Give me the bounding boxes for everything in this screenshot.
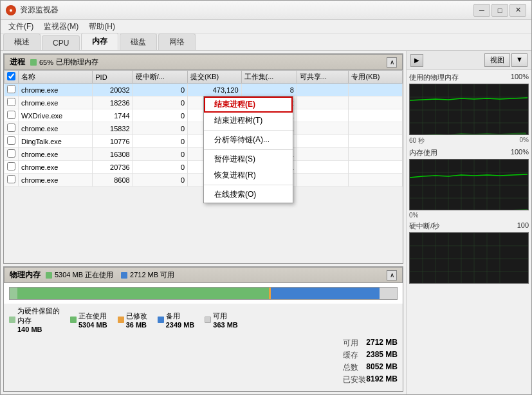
memory-section-header[interactable]: 物理内存 5304 MB 正在使用 2712 MB 可用 ∧: [4, 267, 403, 283]
row-pid: 20736: [93, 161, 133, 174]
memory-collapse-btn[interactable]: ∧: [387, 270, 397, 280]
row-checkbox[interactable]: [7, 175, 15, 183]
row-checkbox[interactable]: [7, 149, 15, 158]
tab-overview[interactable]: 概述: [3, 33, 41, 50]
title-bar: ● 资源监视器 ─ □ ✕: [1, 1, 531, 20]
memory-bar-container: [4, 283, 403, 304]
row-checkbox[interactable]: [7, 85, 15, 93]
stat-total-label: 总数: [343, 362, 358, 373]
stat-available-label: 可用: [343, 338, 358, 349]
context-menu-resume[interactable]: 恢复进程(R): [204, 167, 293, 183]
right-nav-button[interactable]: ▶: [410, 54, 423, 67]
table-row[interactable]: chrome.exe 20032 0 473,120 8: [5, 84, 403, 96]
legend-used: 正在使用5304 MB: [70, 306, 107, 333]
row-pid: 16308: [93, 148, 133, 161]
memory-badge-dot-green: [46, 272, 52, 279]
memory-stats-container: 可用 2712 MB 缓存 2385 MB 总数 8052 MB 已安装: [4, 335, 403, 391]
process-section-header[interactable]: 进程 65% 已用物理内存 ∧: [4, 54, 403, 70]
row-hard-fault: 0: [133, 135, 187, 148]
main-window: ● 资源监视器 ─ □ ✕ 文件(F) 监视器(M) 帮助(H) 概述 CPU …: [0, 0, 532, 395]
menu-file[interactable]: 文件(F): [3, 20, 39, 33]
maximize-button[interactable]: □: [491, 4, 508, 17]
legend-free: 可用363 MB: [205, 306, 238, 333]
graph-memory-pct: 100%: [511, 148, 529, 158]
right-panel: ▶ 视图 ▼ 使用的物理内存 100%: [406, 51, 531, 394]
graph-physical-canvas: [409, 84, 529, 135]
tab-network[interactable]: 网络: [158, 33, 196, 50]
svg-marker-10: [410, 133, 527, 134]
view-dropdown[interactable]: ▼: [511, 53, 527, 67]
graph-memory-title: 内存使用: [409, 148, 437, 158]
badge-text: 已用物理内存: [56, 57, 98, 67]
process-title: 进程: [10, 57, 25, 68]
graph-memory-canvas: [409, 159, 529, 210]
context-menu-search[interactable]: 在线搜索(O): [204, 187, 293, 203]
header-commit[interactable]: 提交(KB): [188, 71, 241, 84]
legend-dot-hardware: [9, 317, 15, 323]
tab-cpu[interactable]: CPU: [42, 35, 80, 50]
graph-time-label: 60 秒: [409, 136, 425, 145]
memory-bar: [9, 287, 398, 300]
legend-modified: 已修改36 MB: [118, 306, 147, 333]
graphs-container: 使用的物理内存 100%: [407, 70, 531, 394]
stat-installed-value: 8192 MB: [366, 374, 398, 385]
menu-help[interactable]: 帮助(H): [84, 20, 120, 33]
row-hard-fault: 0: [133, 174, 187, 187]
graph-memory-label: 内存使用 100%: [409, 148, 529, 158]
row-checkbox[interactable]: [7, 162, 15, 170]
row-shared: [297, 148, 349, 161]
graph-interrupt: 硬中断/秒 100: [409, 221, 529, 284]
header-hard-fault[interactable]: 硬中断/...: [133, 71, 187, 84]
minimize-button[interactable]: ─: [473, 4, 490, 17]
select-all-checkbox[interactable]: [7, 72, 15, 80]
context-menu-end-process[interactable]: 结束进程(E): [204, 96, 293, 113]
row-name: chrome.exe: [19, 161, 93, 174]
header-checkbox[interactable]: [5, 71, 19, 84]
view-controls: 视图 ▼: [484, 53, 527, 67]
view-button[interactable]: 视图: [484, 53, 510, 67]
close-button[interactable]: ✕: [509, 4, 526, 17]
row-pid: 10776: [93, 135, 133, 148]
legend-standby: 备用2349 MB: [158, 306, 195, 333]
row-private: [349, 135, 403, 148]
header-shared[interactable]: 可共享...: [297, 71, 349, 84]
row-name: chrome.exe: [19, 84, 93, 96]
memory-available-label: 2712 MB 可用: [130, 270, 174, 280]
row-commit: 473,120: [188, 84, 241, 96]
memory-used-label: 5304 MB 正在使用: [55, 270, 113, 280]
row-checkbox-cell: [5, 84, 19, 96]
context-menu-suspend[interactable]: 暂停进程(S): [204, 151, 293, 167]
graph-physical-bottom: 60 秒 0%: [409, 136, 529, 145]
row-checkbox[interactable]: [7, 98, 15, 106]
row-hard-fault: 0: [133, 109, 187, 122]
tab-memory[interactable]: 内存: [81, 33, 118, 50]
graph-interrupt-canvas: [409, 232, 529, 284]
legend-dot-free: [205, 317, 211, 323]
row-pid: 15832: [93, 122, 133, 135]
row-private: [349, 96, 403, 109]
row-checkbox[interactable]: [7, 111, 15, 119]
window-controls: ─ □ ✕: [473, 4, 526, 17]
graph-physical-memory: 使用的物理内存 100%: [409, 73, 529, 145]
process-collapse-btn[interactable]: ∧: [387, 57, 397, 68]
row-checkbox[interactable]: [7, 124, 15, 132]
row-shared: [297, 161, 349, 174]
row-pid: 8608: [93, 174, 133, 187]
stat-total: 总数 8052 MB: [343, 362, 398, 374]
header-name[interactable]: 名称: [19, 71, 93, 84]
stat-cached: 缓存 2385 MB: [343, 349, 398, 362]
legend-hardware: 为硬件保留的内存140 MB: [9, 306, 60, 333]
header-private[interactable]: 专用(KB): [349, 71, 403, 84]
row-hard-fault: 0: [133, 122, 187, 135]
context-menu-end-tree[interactable]: 结束进程树(T): [204, 113, 293, 129]
row-private: [349, 161, 403, 174]
header-pid[interactable]: PID: [93, 71, 133, 84]
header-working[interactable]: 工作集(...: [241, 71, 297, 84]
stat-installed-label: 已安装: [343, 374, 366, 385]
row-shared: [297, 122, 349, 135]
context-menu-analyze[interactable]: 分析等待链(A)...: [204, 132, 293, 148]
tab-disk[interactable]: 磁盘: [120, 33, 157, 50]
row-checkbox[interactable]: [7, 136, 15, 145]
menu-monitor[interactable]: 监视器(M): [39, 20, 84, 33]
row-shared: [297, 135, 349, 148]
